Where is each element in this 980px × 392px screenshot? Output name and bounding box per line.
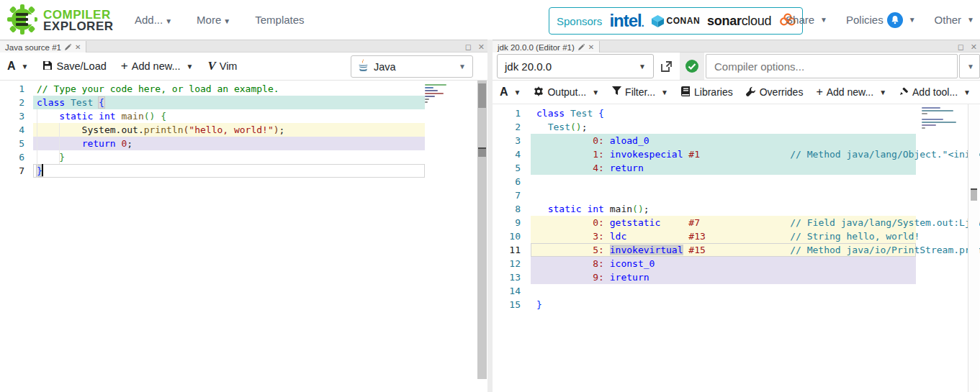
other-menu[interactable]: Other▼ (935, 14, 974, 26)
line-number: 7 (0, 164, 24, 178)
source-line-numbers: 1234567 (0, 81, 24, 178)
line-number: 3 (493, 134, 521, 147)
check-circle-icon (685, 59, 699, 73)
chevron-down-icon: ▼ (967, 63, 974, 70)
compiler-options-input[interactable]: Compiler options... (706, 54, 958, 78)
chevron-down-icon: ▼ (165, 17, 172, 25)
source-code-area[interactable]: // Type your code here, or load an examp… (33, 81, 425, 178)
add-new-button[interactable]: + Add new...▼ (121, 59, 194, 73)
filter-button[interactable]: Filter...▼ (612, 86, 668, 98)
policies-menu[interactable]: Policies ▼ (846, 12, 916, 28)
line-number: 2 (0, 96, 24, 109)
asm-vertical-scrollbar[interactable] (968, 104, 979, 392)
book-icon (681, 86, 691, 99)
scrollbar-thumb[interactable] (971, 188, 977, 201)
output-button[interactable]: Output...▼ (534, 86, 599, 99)
nav-more-menu[interactable]: More▼ (197, 14, 230, 26)
nav-templates[interactable]: Templates (255, 14, 304, 26)
source-minimap[interactable] (425, 81, 452, 103)
pane-resize-handle[interactable] (487, 40, 493, 392)
line-number: 5 (493, 161, 521, 175)
chevron-down-icon: ▼ (592, 88, 599, 96)
chevron-down-icon: ▼ (186, 63, 193, 70)
chevron-down-icon: ▼ (661, 88, 668, 96)
compiler-toolbar: A▼ Output...▼ Filter...▼ Libraries Overr… (493, 81, 980, 104)
sonarcloud-logo[interactable]: sonarcloud (707, 14, 771, 29)
line-number: 10 (493, 229, 521, 243)
save-load-button[interactable]: Save/Load (42, 60, 106, 73)
language-selected-value: Java (374, 61, 396, 73)
compiler-pane: jdk 20.0.0 (Editor #1) ✕ ◻ ✕ jdk 20.0.0 … (493, 40, 980, 392)
chevron-down-icon: ▼ (963, 88, 971, 96)
close-tab-icon[interactable]: ✕ (75, 43, 81, 51)
sponsors-bar[interactable]: Sponsors intel. CONAN sonarcloud (549, 7, 803, 35)
asm-output-editor[interactable]: 123456789101112131415 class Test { Test(… (493, 104, 980, 392)
options-dropdown-button[interactable]: ▼ (959, 54, 980, 78)
rename-pencil-icon[interactable] (65, 44, 71, 50)
compiler-explorer-logo[interactable]: COMPILER EXPLORER (6, 3, 114, 39)
font-size-button[interactable]: A▼ (7, 60, 28, 73)
compiler-select[interactable]: jdk 20.0.0 ▼ (497, 54, 654, 78)
logo-wordmark: COMPILER EXPLORER (43, 9, 114, 32)
intel-logo[interactable]: intel. (609, 12, 643, 29)
vim-toggle-button[interactable]: V Vim (207, 59, 237, 73)
code-line: static int main(); (531, 202, 916, 216)
header-right-nav: Share▼ Policies ▼ Other▼ (786, 0, 974, 40)
source-editor[interactable]: 1234567 // Type your code here, or load … (0, 81, 487, 392)
source-vertical-scrollbar[interactable] (477, 81, 487, 379)
line-number: 11 (493, 243, 521, 257)
language-select[interactable]: Java ▼ (351, 55, 473, 78)
add-new-button[interactable]: + Add new...▼ (816, 86, 886, 99)
line-number: 13 (493, 270, 521, 284)
nav-add-menu[interactable]: Add...▼ (135, 14, 172, 26)
source-pane: Java source #1 ✕ ◻ ✕ A▼ Save/Load (0, 40, 487, 392)
code-line: // Type your code here, or load an examp… (33, 82, 425, 96)
rename-pencil-icon[interactable] (578, 44, 585, 50)
tab-jdk-output[interactable]: jdk 20.0.0 (Editor #1) ✕ (493, 41, 600, 53)
pane-controls: ◻ ✕ (465, 41, 485, 53)
compiler-selected-value: jdk 20.0.0 (505, 60, 552, 73)
close-pane-icon[interactable]: ✕ (478, 42, 485, 52)
code-line: System.out.println("hello, world!"); (33, 123, 425, 137)
add-tool-button[interactable]: Add tool...▼ (899, 86, 971, 98)
external-link-icon (660, 60, 673, 73)
code-line: 0: getstatic #7 // Field java/lang/Syste… (531, 216, 916, 229)
code-line (531, 188, 916, 202)
libraries-button[interactable]: Libraries (681, 86, 733, 99)
text-cursor (42, 164, 43, 176)
code-line: 5: invokevirtual #15 // Method java/io/P… (531, 243, 916, 257)
close-tab-icon[interactable]: ✕ (588, 43, 594, 51)
asm-code-area[interactable]: class Test { Test(); 0: aload_0 1: invok… (531, 104, 916, 311)
compiler-tabbar: jdk 20.0.0 (Editor #1) ✕ ◻ ✕ (493, 40, 980, 53)
font-size-button[interactable]: A▼ (500, 86, 521, 99)
asm-minimap[interactable] (922, 104, 965, 129)
chevron-down-icon: ▼ (514, 88, 521, 96)
line-number: 1 (0, 82, 24, 96)
code-line: 3: ldc #13 // String hello, world! (531, 229, 916, 243)
maximise-pane-icon[interactable]: ◻ (958, 42, 964, 52)
conan-logo[interactable]: CONAN (651, 14, 701, 28)
tab-title: jdk 20.0.0 (Editor #1) (498, 43, 575, 52)
scrollbar-mark (478, 147, 486, 157)
compiler-row: jdk 20.0.0 ▼ Comp (493, 53, 980, 81)
tab-java-source[interactable]: Java source #1 ✕ (0, 41, 86, 53)
line-number: 12 (493, 257, 521, 270)
line-number: 14 (493, 284, 521, 298)
sponsors-label: Sponsors (557, 15, 602, 27)
scrollbar-thumb[interactable] (478, 83, 486, 108)
code-line: return 0; (33, 137, 425, 150)
maximise-pane-icon[interactable]: ◻ (465, 42, 472, 52)
chevron-down-icon: ▼ (879, 88, 886, 96)
line-number: 6 (493, 175, 521, 188)
gear-logo-icon (6, 3, 39, 39)
code-line: } (33, 150, 425, 164)
code-line: class Test { (33, 96, 425, 109)
notification-bell-icon (887, 12, 903, 28)
overrides-button[interactable]: Overrides (746, 86, 804, 99)
source-tabbar: Java source #1 ✕ ◻ ✕ (0, 40, 487, 53)
share-menu[interactable]: Share▼ (786, 14, 827, 26)
close-pane-icon[interactable]: ✕ (971, 42, 977, 52)
open-compiler-site-button[interactable] (654, 53, 678, 80)
code-line: } (531, 298, 916, 311)
line-number: 4 (0, 123, 24, 137)
